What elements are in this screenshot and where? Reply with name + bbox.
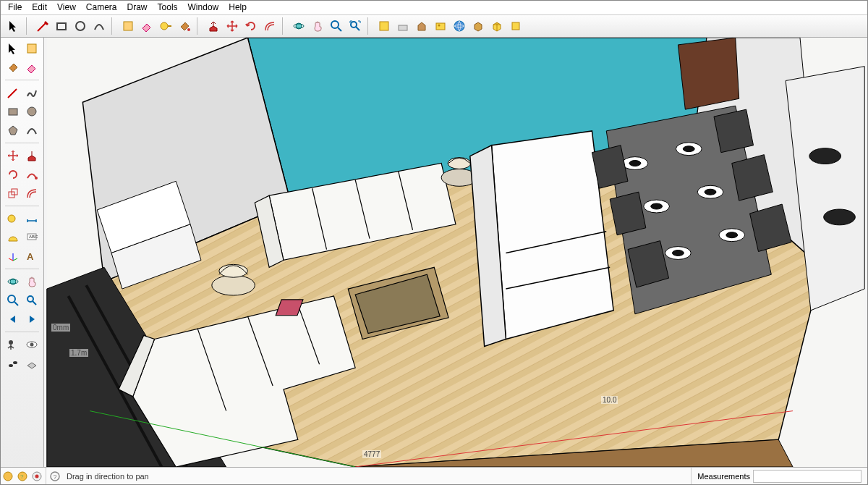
push-pull-tool[interactable] — [23, 147, 41, 164]
model-scene — [44, 38, 867, 467]
svg-point-53 — [448, 158, 471, 169]
svg-point-12 — [438, 25, 441, 27]
line-tool[interactable] — [4, 84, 22, 101]
zoom-tool[interactable] — [4, 292, 22, 309]
freehand-tool[interactable] — [23, 84, 41, 101]
menu-edit[interactable]: Edit — [32, 2, 47, 12]
zoom-extents-tool[interactable] — [346, 17, 364, 35]
svg-point-13 — [454, 21, 464, 31]
rectangle-tool[interactable] — [53, 17, 70, 35]
scale-tool[interactable] — [4, 185, 22, 202]
svg-point-98 — [35, 474, 39, 478]
pan-tool[interactable] — [309, 17, 326, 35]
svg-point-33 — [13, 361, 17, 364]
position-camera-tool[interactable] — [4, 336, 22, 353]
eraser-tool[interactable] — [138, 17, 156, 35]
photo-textures-tool[interactable] — [432, 17, 449, 35]
measurements-input[interactable] — [753, 470, 861, 483]
eraser-tool[interactable] — [23, 59, 41, 76]
menu-window[interactable]: Window — [188, 2, 219, 12]
make-component[interactable] — [119, 17, 137, 35]
pan-tool[interactable] — [23, 273, 41, 290]
offset-tool[interactable] — [261, 17, 278, 35]
svg-point-18 — [35, 177, 38, 180]
geo-location-icon[interactable] — [1, 469, 15, 484]
svg-marker-87 — [678, 38, 739, 109]
svg-text:?: ? — [54, 473, 57, 480]
select-tool[interactable] — [5, 17, 22, 35]
svg-point-90 — [824, 209, 856, 225]
push-pull-tool[interactable] — [205, 17, 222, 35]
preview-3d-warehouse-tool[interactable] — [451, 17, 468, 35]
add-building-tool[interactable] — [413, 17, 430, 35]
dimension-label: 0mm — [51, 324, 70, 332]
make-component-tool[interactable] — [23, 40, 41, 57]
dimensions-tool[interactable] — [23, 210, 41, 227]
text-tool[interactable]: ABC — [23, 229, 41, 246]
next-view-tool[interactable] — [23, 311, 41, 328]
move-tool[interactable] — [224, 17, 241, 35]
3d-viewport[interactable]: 0mm 1.7m 10.0 4777 — [44, 38, 867, 467]
rectangle-tool[interactable] — [4, 103, 22, 120]
svg-point-59 — [212, 275, 255, 295]
toolbar-left: ABC A — [1, 38, 44, 467]
protractor-tool[interactable] — [4, 229, 22, 246]
dimension-label: 1.7m — [69, 349, 88, 357]
axes-tool[interactable] — [4, 248, 22, 265]
previous-view-tool[interactable] — [4, 311, 22, 328]
rotate-tool[interactable] — [242, 17, 260, 35]
svg-point-8 — [351, 22, 357, 28]
svg-point-70 — [629, 161, 641, 166]
walk-tool[interactable] — [4, 355, 22, 372]
look-around-tool[interactable] — [23, 336, 41, 353]
svg-rect-2 — [124, 22, 132, 30]
svg-point-60 — [219, 264, 248, 277]
tape-measure-tool[interactable] — [157, 17, 174, 35]
orbit-tool[interactable] — [4, 273, 22, 290]
menu-help[interactable]: Help — [229, 2, 247, 12]
offset-tool[interactable] — [23, 185, 41, 202]
menu-draw[interactable]: Draw — [127, 2, 148, 12]
menu-file[interactable]: File — [8, 2, 22, 12]
svg-point-7 — [331, 21, 339, 28]
share-model-tool[interactable] — [488, 17, 506, 35]
menu-tools[interactable]: Tools — [158, 2, 178, 12]
extension-warehouse-tool[interactable] — [507, 17, 524, 35]
section-plane-tool[interactable] — [23, 355, 41, 372]
svg-point-72 — [683, 146, 694, 152]
menu-camera[interactable]: Camera — [86, 2, 117, 12]
paint-bucket-tool[interactable] — [176, 17, 193, 35]
circle-tool[interactable] — [72, 17, 89, 35]
get-models-tool[interactable] — [469, 17, 487, 35]
polygon-tool[interactable] — [4, 122, 22, 139]
toggle-terrain-tool[interactable] — [394, 17, 412, 35]
follow-me-tool[interactable] — [23, 166, 41, 183]
svg-rect-15 — [27, 44, 36, 53]
credits-icon[interactable]: ? — [15, 469, 30, 484]
paint-bucket-tool[interactable] — [4, 59, 22, 76]
arc-tool[interactable] — [90, 17, 108, 35]
zoom-extents-tool[interactable] — [23, 292, 41, 309]
svg-marker-84 — [714, 109, 754, 152]
move-tool[interactable] — [4, 147, 22, 164]
arc-tool[interactable] — [23, 122, 41, 139]
line-tool[interactable] — [34, 17, 51, 35]
svg-point-78 — [672, 250, 684, 256]
svg-rect-11 — [436, 23, 445, 30]
orbit-tool[interactable] — [290, 17, 307, 35]
svg-text:?: ? — [20, 473, 24, 480]
rotate-tool[interactable] — [4, 166, 22, 183]
menu-view[interactable]: View — [57, 2, 76, 12]
model-info-icon[interactable] — [30, 469, 44, 484]
tape-measure-tool[interactable] — [4, 210, 22, 227]
select-tool[interactable] — [4, 40, 22, 57]
add-location-tool[interactable] — [375, 17, 393, 35]
circle-tool[interactable] — [23, 103, 41, 120]
status-hint: Drag in direction to pan — [62, 472, 691, 481]
dimension-label: 4777 — [362, 450, 381, 458]
svg-point-3 — [161, 22, 168, 30]
zoom-tool[interactable] — [328, 17, 345, 35]
help-icon[interactable]: ? — [48, 469, 62, 484]
3d-text-tool[interactable]: A — [23, 248, 41, 265]
svg-point-76 — [705, 189, 716, 195]
